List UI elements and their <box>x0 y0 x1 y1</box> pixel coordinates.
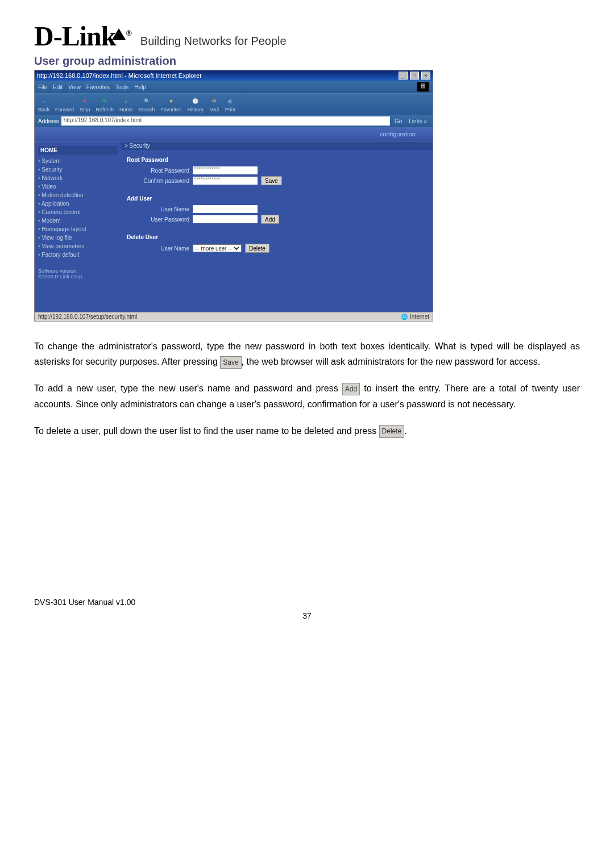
form-panel: Root Password Root Password ************… <box>121 150 433 258</box>
p1-text-b: , the web browser will ask administrator… <box>242 357 541 366</box>
sidebar-item-motion-detection[interactable]: Motion detection <box>38 191 118 199</box>
stop-icon: ✖ <box>80 96 90 106</box>
p3-text-b: . <box>404 426 406 436</box>
menu-view[interactable]: View <box>68 84 81 90</box>
p2-text-a: To add a new user, type the new user's n… <box>34 383 342 393</box>
menu-tools[interactable]: Tools <box>115 84 128 90</box>
go-button[interactable]: Go <box>392 118 404 124</box>
add-button[interactable]: Add <box>261 215 279 224</box>
browser-window: http://192.168.0.107/index.html - Micros… <box>34 70 433 322</box>
sidebar-item-security[interactable]: Security <box>38 165 118 174</box>
menu-help[interactable]: Help <box>134 84 146 90</box>
history-button[interactable]: 🕓History <box>188 96 204 112</box>
inline-save-button: Save <box>220 356 241 369</box>
close-button[interactable]: × <box>421 72 430 80</box>
menu-file[interactable]: File <box>38 84 47 90</box>
save-button[interactable]: Save <box>261 176 282 185</box>
browser-statusbar: http://192.168.0.107/setup/security.html… <box>35 312 433 321</box>
sidebar-item-network[interactable]: Network <box>38 174 118 182</box>
back-label: Back <box>38 107 49 112</box>
search-label: Search <box>139 107 155 112</box>
internet-zone-icon: 🌐 <box>401 314 408 320</box>
software-version-label: Software version: <box>38 268 118 274</box>
p3-text-a: To delete a user, pull down the user lis… <box>34 426 379 436</box>
sidebar-item-video[interactable]: Video <box>38 182 118 191</box>
sidebar-item-view-parameters[interactable]: View parameters <box>38 242 118 251</box>
paragraph-3: To delete a user, pull down the user lis… <box>34 423 580 439</box>
user-password-row: User Password Add <box>127 215 427 224</box>
copyright-label: ©2003 D-Link Corp. <box>38 274 118 279</box>
root-password-input[interactable]: ************ <box>193 166 258 174</box>
window-controls: _ □ × <box>398 72 430 80</box>
stop-label: Stop <box>80 107 90 112</box>
forward-button[interactable]: →Forward <box>55 96 74 112</box>
address-bar: Address http://192.168.0.107/index.html … <box>35 115 433 127</box>
user-password-label: User Password <box>127 216 189 223</box>
home-button[interactable]: ⌂Home <box>119 96 133 112</box>
sidebar-item-homepage-layout[interactable]: Homepage layout <box>38 225 118 233</box>
mail-button[interactable]: ✉Mail <box>209 96 219 112</box>
page-footer: DVS-301 User Manual v1.00 37 <box>34 598 580 620</box>
delete-user-name-label: User Name <box>127 245 189 252</box>
paragraph-1: To change the administrator's password, … <box>34 339 580 369</box>
page-number: 37 <box>34 611 580 620</box>
refresh-button[interactable]: ⟳Refresh <box>96 96 114 112</box>
sidebar-item-modem[interactable]: Modem <box>38 216 118 225</box>
links-button[interactable]: Links » <box>406 118 429 124</box>
print-label: Print <box>225 107 236 112</box>
brand-logo: D-Link® <box>34 23 131 50</box>
favorites-icon: ★ <box>166 96 176 106</box>
print-button[interactable]: 🖨Print <box>225 96 236 112</box>
sidebar-item-view-log-file[interactable]: View log file <box>38 233 118 242</box>
status-right: 🌐 Internet <box>401 314 429 320</box>
logo-arrow-icon <box>112 28 126 40</box>
internet-zone-label: Internet <box>410 314 429 320</box>
search-button[interactable]: 🔍Search <box>139 96 155 112</box>
add-user-heading: Add User <box>127 195 427 202</box>
delete-user-heading: Delete User <box>127 234 427 240</box>
tab-configuration[interactable]: configuration <box>380 131 416 137</box>
footer-manual-label: DVS-301 User Manual v1.00 <box>34 598 580 607</box>
sidebar-item-application[interactable]: Application <box>38 199 118 208</box>
user-password-input[interactable] <box>193 215 258 223</box>
browser-toolbar: ←Back →Forward ✖Stop ⟳Refresh ⌂Home 🔍Sea… <box>35 93 433 115</box>
delete-user-select[interactable]: -- more user -- <box>193 244 242 252</box>
minimize-button[interactable]: _ <box>399 72 408 80</box>
menu-favorites[interactable]: Favorites <box>86 84 110 90</box>
user-name-row: User Name <box>127 205 427 213</box>
history-label: History <box>188 107 204 112</box>
refresh-label: Refresh <box>96 107 114 112</box>
section-title: User group administration <box>34 55 580 68</box>
confirm-password-label: Confirm password <box>127 178 189 184</box>
user-name-input[interactable] <box>193 205 258 213</box>
address-label: Address <box>38 118 59 124</box>
back-button[interactable]: ←Back <box>38 96 49 112</box>
delete-button[interactable]: Delete <box>245 244 269 253</box>
confirm-password-input[interactable]: ************ <box>193 177 258 185</box>
browser-menubar: File Edit View Favorites Tools Help ⊞ <box>35 81 433 93</box>
status-left: http://192.168.0.107/setup/security.html <box>38 314 137 320</box>
address-input[interactable]: http://192.168.0.107/index.html <box>61 116 390 126</box>
inline-delete-button: Delete <box>379 425 405 437</box>
sidebar-footer: Software version: ©2003 D-Link Corp. <box>38 268 118 279</box>
sidebar-home[interactable]: HOME <box>38 146 118 155</box>
brand-logo-text: D-Link <box>34 21 115 51</box>
breadcrumb: > Security <box>121 141 433 150</box>
favorites-label: Favorites <box>161 107 182 112</box>
header-row: D-Link® Building Networks for People <box>34 23 580 50</box>
page-content: HOME System Security Network Video Motio… <box>35 141 433 312</box>
confirm-password-row: Confirm password ************ Save <box>127 176 427 185</box>
inline-add-button: Add <box>342 383 360 395</box>
page-tabstrip: configuration <box>35 127 433 141</box>
favorites-button[interactable]: ★Favorites <box>161 96 182 112</box>
sidebar-item-camera-control[interactable]: Camera control <box>38 208 118 216</box>
menu-edit[interactable]: Edit <box>53 84 63 90</box>
sidebar-list: System Security Network Video Motion det… <box>38 157 118 259</box>
sidebar-item-system[interactable]: System <box>38 157 118 165</box>
stop-button[interactable]: ✖Stop <box>80 96 90 112</box>
search-icon: 🔍 <box>142 96 152 106</box>
root-password-label: Root Password <box>127 168 189 174</box>
sidebar-item-factory-default[interactable]: Factory default <box>38 251 118 259</box>
forward-label: Forward <box>55 107 74 112</box>
maximize-button[interactable]: □ <box>410 72 419 80</box>
